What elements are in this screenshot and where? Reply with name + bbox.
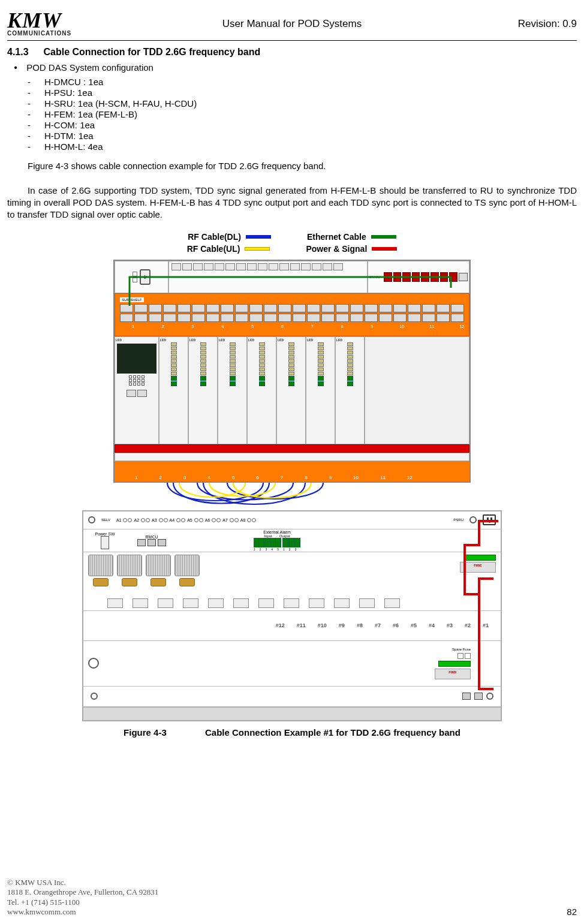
green-indicator-icon xyxy=(463,555,496,561)
logo-subtext: COMMUNICATIONS xyxy=(7,30,115,37)
knob-icon xyxy=(88,658,99,669)
swatch-blue-icon xyxy=(246,235,271,239)
rmcu-ports: RMCU xyxy=(137,535,166,546)
list-item: -H-COM: 1ea xyxy=(28,120,577,130)
terminal-row: A1 A2 A3 A4 A5 A6 A7 A8 xyxy=(116,518,447,522)
list-item: -H-PSU: 1ea xyxy=(28,88,577,98)
list-item: -H-HOM-L: 4ea xyxy=(28,142,577,152)
bullet-icon: • xyxy=(7,62,24,73)
led-icon xyxy=(133,278,137,282)
list-item: -H-FEM: 1ea (FEM-L-B) xyxy=(28,109,577,119)
green-indicator-icon xyxy=(438,661,471,667)
chassis-bottom-strip: 12 34 56 78 910 1112 xyxy=(115,461,469,481)
diagram: ⏻ DMCU SUB-SHELF xyxy=(7,260,577,738)
legend-label: RF Cable(DL) xyxy=(188,232,241,242)
doc-title: User Manual for POD Systems xyxy=(115,18,469,30)
port-stub-row xyxy=(107,598,477,608)
red-port-icon xyxy=(384,272,392,282)
figure-title: Cable Connection Example #1 for TDD 2.6G… xyxy=(205,727,460,738)
footer-tel: Tel. +1 (714) 515-1100 xyxy=(7,898,158,907)
logo-text: KMW xyxy=(7,11,115,30)
card-slot: LED xyxy=(306,336,335,444)
section-number: 4.1.3 xyxy=(7,47,41,58)
card-slot: LED xyxy=(188,336,218,444)
list-item-text: H-FEM: 1ea (FEM-L-B) xyxy=(44,109,137,119)
lcd-slot: LED xyxy=(115,336,159,444)
sub-shelf-label: SUB-SHELF xyxy=(120,297,144,302)
footer-copyright: © KMW USA Inc. xyxy=(7,878,158,887)
dmcu-panel: DMCU xyxy=(368,261,469,293)
spare-fuse-label: Spare Fuse xyxy=(452,648,471,651)
fan-row: FIRE xyxy=(83,552,501,611)
list-item: -H-DMCU : 1ea xyxy=(28,77,577,87)
fire-indicator: FIRE xyxy=(460,562,496,573)
control-row: Power SW RMCU External Alarm InputOutput… xyxy=(83,529,501,552)
psru-label: PSRU xyxy=(453,518,463,522)
legend-pwr: Power & Signal xyxy=(306,244,397,254)
bullet-line: • POD DAS System configuration xyxy=(7,62,577,73)
cable-bundle-icon xyxy=(113,483,471,514)
card-slot: LED xyxy=(159,336,188,444)
ac-socket-icon xyxy=(483,514,496,525)
power-switch: Power SW xyxy=(88,532,122,549)
lcd-screen-icon xyxy=(117,344,156,374)
base-plate xyxy=(83,707,501,720)
paragraph: Figure 4-3 shows cable connection exampl… xyxy=(28,160,577,172)
top-chassis: ⏻ DMCU SUB-SHELF xyxy=(113,260,471,483)
page-header: KMW COMMUNICATIONS User Manual for POD S… xyxy=(7,11,577,41)
legend-label: Ethernet Cable xyxy=(307,232,366,242)
dsub-icon xyxy=(93,578,109,586)
lower-panel: Spare Fuse FIRE xyxy=(83,641,501,687)
list-item-text: H-PSU: 1ea xyxy=(44,88,92,98)
port-panel xyxy=(168,261,368,293)
knob-icon xyxy=(88,516,95,523)
bottom-ports xyxy=(83,687,501,707)
list-item-text: H-COM: 1ea xyxy=(44,120,95,130)
section-heading: 4.1.3 Cable Connection for TDD 2.6G freq… xyxy=(7,47,577,58)
swatch-yellow-icon xyxy=(245,247,270,251)
card-cage: LED LED LED xyxy=(115,336,469,444)
footer-web: www.kmwcomm.com xyxy=(7,907,158,917)
figure-caption: Figure 4-3 Cable Connection Example #1 f… xyxy=(124,727,460,738)
section-title: Cable Connection for TDD 2.6G frequency … xyxy=(43,47,260,57)
ethernet-port-icon xyxy=(459,273,468,281)
slot-label-row: #12#11 #10#9 #8#7 #6#5 #4#3 #2#1 xyxy=(83,611,501,641)
paragraph: In case of 2.6G supporting TDD system, T… xyxy=(7,185,577,221)
power-rail-icon xyxy=(115,444,469,453)
card-slot: LED xyxy=(335,336,365,444)
config-list: -H-DMCU : 1ea -H-PSU: 1ea -H-SRU: 1ea (H… xyxy=(28,77,577,152)
list-item: -H-DTM: 1ea xyxy=(28,131,577,141)
swatch-green-icon xyxy=(371,235,396,239)
list-item-text: H-DMCU : 1ea xyxy=(44,77,103,87)
legend: RF Cable(DL) Ethernet Cable RF Cable(UL)… xyxy=(7,232,577,254)
empty-slots xyxy=(365,336,469,444)
orange-patch-panel: SUB-SHELF 12 34 56 78 910 1112 xyxy=(115,293,469,336)
power-button-icon: ⏻ xyxy=(140,269,150,285)
card-slot: LED xyxy=(218,336,247,444)
swatch-red-icon xyxy=(372,247,397,251)
chassis-row: ⏻ DMCU xyxy=(115,261,469,293)
paragraph xyxy=(28,173,577,185)
legend-rf-ul: RF Cable(UL) xyxy=(187,244,270,254)
legend-eth: Ethernet Cable xyxy=(307,232,396,242)
ext-alarm: External Alarm InputOutput 12345 123 xyxy=(254,530,300,551)
legend-rf-dl: RF Cable(DL) xyxy=(188,232,271,242)
page-number: 82 xyxy=(567,907,577,917)
figure-number: Figure 4-3 xyxy=(124,727,167,738)
footer-address: 1818 E. Orangethrope Ave, Fullerton, CA … xyxy=(7,887,158,897)
terminal-strip: SELV A1 A2 A3 A4 A5 A6 A7 A8 PSRU xyxy=(83,511,501,529)
legend-label: RF Cable(UL) xyxy=(187,244,240,254)
logo: KMW COMMUNICATIONS xyxy=(7,11,115,37)
list-item-text: H-HOM-L: 4ea xyxy=(44,142,103,152)
page-footer: © KMW USA Inc. 1818 E. Orangethrope Ave,… xyxy=(7,878,577,917)
bottom-chassis: SELV A1 A2 A3 A4 A5 A6 A7 A8 PSRU Power … xyxy=(82,510,502,721)
list-item-text: H-DTM: 1ea xyxy=(44,131,94,141)
bullet-label: POD DAS System configuration xyxy=(26,62,153,73)
card-slot: LED xyxy=(276,336,306,444)
dmcu-label: DMCU xyxy=(369,275,380,279)
fan-icon xyxy=(88,555,113,576)
power-panel: ⏻ xyxy=(115,261,168,293)
legend-label: Power & Signal xyxy=(306,244,367,254)
list-item-text: H-SRU: 1ea (H-SCM, H-FAU, H-CDU) xyxy=(44,98,197,109)
card-slot: LED xyxy=(247,336,276,444)
